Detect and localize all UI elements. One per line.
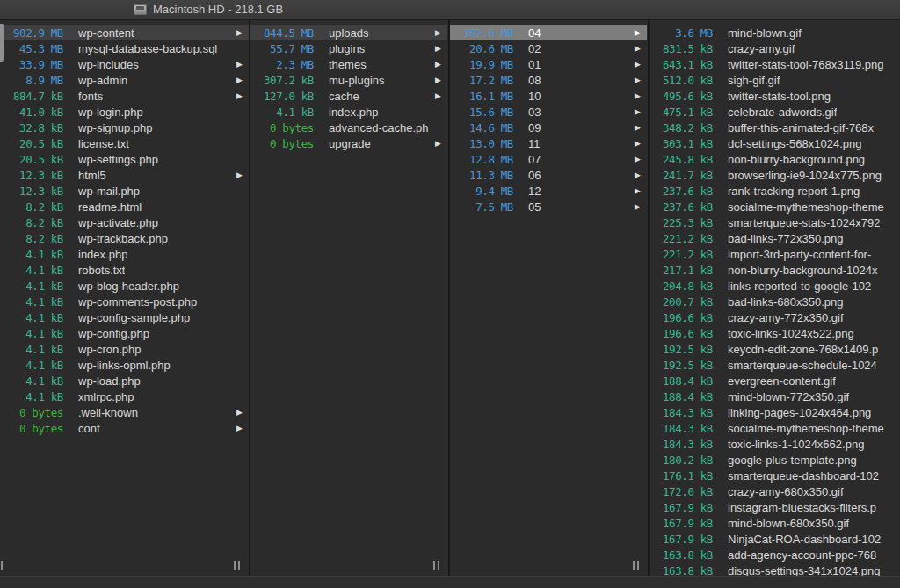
file-row[interactable]: 4.1 kBwp-cron.php — [0, 341, 249, 357]
file-row[interactable]: 20.5 kBwp-settings.php — [0, 151, 249, 167]
file-name: mind-blown-680x350.gif — [728, 517, 849, 530]
file-row[interactable]: 643.1 kBtwitter-stats-tool-768x3119.png — [650, 56, 900, 72]
column-resize-grip[interactable] — [433, 561, 439, 570]
file-name: smarterqueue-dashboard-102 — [728, 469, 879, 483]
file-row[interactable]: 184.3 kBlinking-pages-1024x464.png — [650, 404, 900, 420]
file-row[interactable]: 348.2 kBbuffer-this-animated-gif-768x — [650, 120, 900, 135]
file-row[interactable]: 41.0 kBwp-login.php — [0, 104, 249, 120]
file-row[interactable]: 303.1 kBdcl-settings-568x1024.png — [650, 135, 900, 151]
file-row[interactable]: 221.2 kBbad-links-772x350.png — [650, 230, 900, 246]
file-row[interactable]: 0 bytesconf▶ — [0, 420, 249, 436]
horizontal-scrollbar-track[interactable] — [0, 576, 900, 588]
file-row[interactable]: 512.0 kBsigh-gif.gif — [650, 72, 900, 88]
file-row[interactable]: 475.1 kBcelebrate-adwords.gif — [650, 104, 900, 120]
window-titlebar[interactable]: Macintosh HD - 218.1 GB — [0, 0, 900, 20]
file-row[interactable]: 163.8 kBadd-agency-account-ppc-768 — [650, 547, 900, 563]
file-row[interactable]: 8.2 kBwp-activate.php — [0, 214, 249, 230]
file-row[interactable]: 163.8 kBdisqus-settings-341x1024.png — [650, 563, 900, 576]
file-row[interactable]: 196.6 kBtoxic-links-1024x522.png — [650, 325, 900, 341]
file-row[interactable]: 4.1 kBwp-load.php — [0, 373, 249, 388]
file-row[interactable]: 4.1 kBxmlrpc.php — [0, 388, 249, 404]
column-resize-grip[interactable] — [633, 561, 639, 570]
file-row[interactable]: 831.5 kBcrazy-amy.gif — [650, 40, 900, 56]
file-row[interactable]: 9.4 MB12▶ — [450, 183, 647, 199]
file-row[interactable]: 4.1 kBindex.php — [0, 246, 249, 262]
file-row[interactable]: 11.3 MB06▶ — [450, 167, 647, 183]
file-row[interactable]: 4.1 kBindex.php — [250, 104, 447, 120]
file-row[interactable]: 8.2 kBreadme.html — [0, 199, 249, 214]
file-row[interactable]: 0 bytesupgrade▶ — [250, 135, 447, 151]
file-row[interactable]: 237.6 kBsocialme-mythemeshop-theme — [650, 199, 900, 214]
file-row[interactable]: 196.6 kBcrazy-amy-772x350.gif — [650, 309, 900, 325]
file-row[interactable]: 14.6 MB09▶ — [450, 120, 647, 135]
file-row[interactable]: 204.8 kBlinks-reported-to-google-102 — [650, 278, 900, 294]
file-row[interactable]: 184.3 kBtoxic-links-1-1024x662.png — [650, 436, 900, 452]
file-row[interactable]: 180.2 kBgoogle-plus-template.png — [650, 452, 900, 468]
file-row[interactable]: 217.1 kBnon-blurry-background-1024x — [650, 262, 900, 278]
file-row[interactable]: 33.9 MBwp-includes▶ — [0, 56, 249, 72]
file-row[interactable]: 225.3 kBsmarterqueue-stats-1024x792 — [650, 214, 900, 230]
chevron-right-icon: ▶ — [236, 29, 243, 37]
file-row[interactable]: 176.1 kBsmarterqueue-dashboard-102 — [650, 468, 900, 483]
file-row[interactable]: 188.4 kBmind-blown-772x350.gif — [650, 388, 900, 404]
file-row[interactable]: 3.6 MBmind-blown.gif — [650, 25, 900, 40]
file-row[interactable]: 241.7 kBbrowserling-ie9-1024x775.png — [650, 167, 900, 183]
file-row[interactable]: 4.1 kBwp-config-sample.php — [0, 309, 249, 325]
file-row[interactable]: 8.2 kBwp-trackback.php — [0, 230, 249, 246]
file-row[interactable]: 16.1 MB10▶ — [450, 88, 647, 104]
file-row[interactable]: 0 bytes.well-known▶ — [0, 404, 249, 420]
file-row[interactable]: 188.4 kBevergreen-content.gif — [650, 373, 900, 388]
file-row[interactable]: 4.1 kBwp-comments-post.php — [0, 294, 249, 309]
file-row[interactable]: 4.1 kBrobots.txt — [0, 262, 249, 278]
file-row[interactable]: 45.3 MBmysql-database-backup.sql — [0, 40, 249, 56]
file-row[interactable]: 200.7 kBbad-links-680x350.png — [650, 294, 900, 309]
file-row[interactable]: 4.1 kBwp-config.php — [0, 325, 249, 341]
file-row[interactable]: 172.0 kBcrazy-amy-680x350.gif — [650, 483, 900, 499]
file-row[interactable]: 902.9 MBwp-content▶ — [0, 25, 249, 40]
file-row[interactable]: 13.0 MB11▶ — [450, 135, 647, 151]
vertical-scrollbar[interactable] — [0, 24, 4, 62]
file-row[interactable]: 0 bytesadvanced-cache.ph — [250, 120, 447, 135]
column-resize-grip[interactable] — [234, 561, 240, 570]
file-row[interactable]: 4.1 kBwp-links-opml.php — [0, 357, 249, 373]
file-row[interactable]: 192.5 kBkeycdn-edit-zone-768x1409.p — [650, 341, 900, 357]
file-row[interactable]: 20.5 kBlicense.txt — [0, 135, 249, 151]
file-row[interactable]: 307.2 kBmu-plugins▶ — [250, 72, 447, 88]
file-row[interactable]: 19.9 MB01▶ — [450, 56, 647, 72]
file-row[interactable]: 495.6 kBtwitter-stats-tool.png — [650, 88, 900, 104]
file-row[interactable]: 2.3 MBthemes▶ — [250, 56, 447, 72]
file-row[interactable]: 221.2 kBimport-3rd-party-content-for- — [650, 246, 900, 262]
file-row[interactable]: 167.9 kBmind-blown-680x350.gif — [650, 515, 900, 531]
file-row[interactable]: 8.9 MBwp-admin▶ — [0, 72, 249, 88]
file-row[interactable]: 844.5 MBuploads▶ — [250, 25, 447, 40]
file-row[interactable]: 167.9 kBNinjaCat-ROA-dashboard-102 — [650, 531, 900, 547]
file-row[interactable]: 884.7 kBfonts▶ — [0, 88, 249, 104]
file-row[interactable]: 17.2 MB08▶ — [450, 72, 647, 88]
file-row[interactable]: 55.7 MBplugins▶ — [250, 40, 447, 56]
chevron-right-icon: ▶ — [635, 156, 641, 163]
file-row[interactable]: 184.3 kBsocialme-mythemeshop-theme — [650, 420, 900, 436]
file-name: readme.html — [78, 200, 142, 214]
file-row[interactable]: 12.8 MB07▶ — [450, 151, 647, 167]
file-row[interactable]: 12.3 kBhtml5▶ — [0, 167, 249, 183]
file-size: 4.1 kB — [0, 374, 63, 388]
file-size: 884.7 kB — [0, 90, 63, 103]
file-name: google-plus-template.png — [728, 454, 857, 467]
file-row[interactable]: 4.1 kBwp-blog-header.php — [0, 278, 249, 294]
file-row[interactable]: 20.6 MB02▶ — [450, 40, 647, 56]
file-row[interactable]: 245.8 kBnon-blurry-background.png — [650, 151, 900, 167]
file-size: 180.2 kB — [650, 454, 713, 467]
file-row[interactable]: 127.0 kBcache▶ — [250, 88, 447, 104]
file-row[interactable]: 15.6 MB03▶ — [450, 104, 647, 120]
file-row[interactable]: 7.5 MB05▶ — [450, 199, 647, 214]
chevron-right-icon: ▶ — [635, 171, 641, 179]
chevron-right-icon: ▶ — [236, 409, 243, 417]
file-row[interactable]: 237.6 kBrank-tracking-report-1.png — [650, 183, 900, 199]
file-row[interactable]: 32.8 kBwp-signup.php — [0, 120, 249, 135]
column-resize-grip[interactable] — [0, 561, 3, 570]
file-row[interactable]: 162.6 MB04▶ — [450, 25, 647, 40]
file-row[interactable]: 167.9 kBinstagram-bluestacks-filters.p — [650, 499, 900, 515]
file-row[interactable]: 192.5 kBsmarterqueue-schedule-1024 — [650, 357, 900, 373]
file-size: 184.3 kB — [650, 422, 713, 435]
file-row[interactable]: 12.3 kBwp-mail.php — [0, 183, 249, 199]
